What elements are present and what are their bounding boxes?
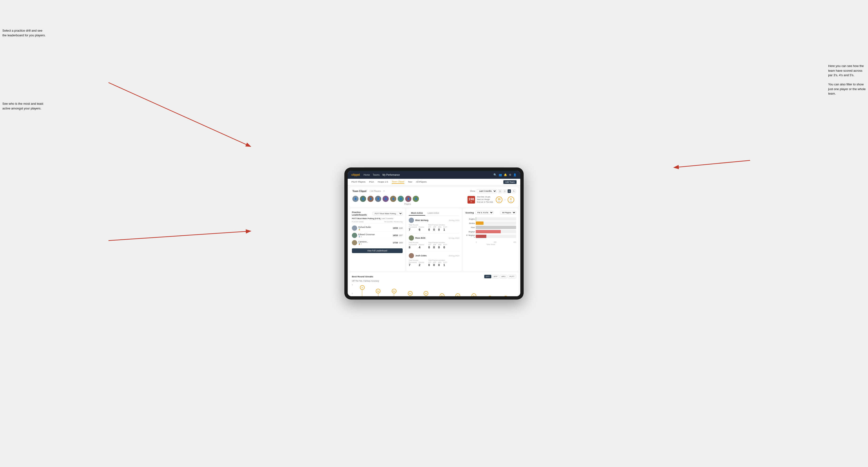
- shot-num-badge: 198 sc: [467, 196, 475, 204]
- putt-val-blair: 1: [443, 228, 447, 231]
- bar-fill-pars: [476, 226, 516, 229]
- player-avatar-8[interactable]: 👤: [405, 196, 411, 202]
- show-label: Show:: [470, 190, 476, 192]
- list-icon[interactable]: ≡: [507, 189, 511, 193]
- show-select[interactable]: Last 3 months: [477, 189, 497, 193]
- streak-point-9: 3x: [488, 296, 492, 296]
- subnav-hcaps[interactable]: Hcaps 1-5: [378, 181, 388, 184]
- player-avatar-4[interactable]: 👤: [375, 196, 381, 202]
- pc-name-josh: Josh Coles: [415, 254, 447, 257]
- player-filter-select[interactable]: All Players: [500, 211, 516, 214]
- shot-circle-2: 0 yds: [507, 196, 514, 203]
- team-count: | 14 Players: [370, 190, 381, 192]
- subnav-tour[interactable]: Tour: [408, 181, 412, 184]
- team-players-row: 👤 👤 👤 👤 👤 👤 👤 👤 👤: [352, 196, 463, 202]
- lb-avg-3: 103: [399, 242, 403, 244]
- lb-table-header: PLAYER NAME PB SCORE PB AVG SQ: [352, 221, 403, 224]
- streak-point-5: 5x: [424, 291, 428, 296]
- rees-rounds: Total Rounds Tournament 8 Practice 4: [409, 242, 424, 249]
- least-active-tab[interactable]: Least Active: [425, 211, 441, 216]
- josh-rounds: Total Rounds Tournament 7 Practice 2: [409, 259, 424, 267]
- lb-name-1: Richard Butler: [358, 226, 371, 228]
- edit-icon[interactable]: ✏: [383, 190, 385, 192]
- bar-fill-bogeys: [476, 230, 501, 233]
- chart-bottom-label: Total Shots: [465, 243, 516, 246]
- bar-track-birdies: 96: [476, 221, 516, 225]
- streak-point-10: 3x: [503, 296, 508, 296]
- lb-row-3: Cameron... 🥉 3 17/20 103: [352, 239, 403, 247]
- scoring-card: Scoring Par 3, 4 & 5s All Players Eagles: [463, 209, 519, 271]
- player-avatar-5[interactable]: 👤: [382, 196, 389, 202]
- view-icons: ⊞ ⊟ ≡ ⇅: [498, 189, 516, 193]
- streak-tab-app[interactable]: APP: [492, 275, 499, 278]
- player-avatar-6[interactable]: 👤: [390, 196, 396, 202]
- activity-tabs: Most Active Least Active: [409, 211, 460, 216]
- lb-card-title: Practice Leaderboards: [352, 211, 371, 216]
- bar-row-birdies: Birdies 96: [465, 221, 516, 225]
- add-team-button[interactable]: Add Team: [503, 180, 517, 184]
- nav-bar: clippd Home Teams My Performance 🔍 👥 🔔 ⚙…: [348, 171, 520, 179]
- subnav-all-players[interactable]: All Players: [416, 181, 427, 184]
- tournament-sublabel: Tournament: [409, 226, 417, 228]
- player-avatar-9[interactable]: 👤: [413, 196, 419, 202]
- ipad-frame: clippd Home Teams My Performance 🔍 👥 🔔 ⚙…: [344, 167, 524, 300]
- tournament-val-blair: 7: [409, 228, 417, 231]
- user-icon[interactable]: 👤: [513, 173, 517, 177]
- lb-avg-2: 107: [399, 234, 403, 237]
- drill-select[interactable]: PUTT Must Make Putting...: [373, 212, 403, 215]
- svg-line-1: [108, 231, 250, 241]
- streak-circle-2: 6x: [376, 289, 380, 293]
- most-active-tab[interactable]: Most Active: [409, 211, 425, 216]
- shot-circle-1: 16 yds: [496, 196, 502, 203]
- streak-circle-1: 7x: [360, 285, 365, 290]
- player-avatar-7[interactable]: 👤: [398, 196, 404, 202]
- total-practice-group-blair: Total Practice Activities OTT 0 APP 0: [428, 224, 459, 231]
- search-icon[interactable]: 🔍: [493, 173, 497, 177]
- streak-circle-7: 4x: [456, 293, 460, 296]
- streak-circle-6: 4x: [440, 293, 444, 296]
- nav-logo: clippd: [351, 173, 360, 177]
- lb-score-1: 19/20: [393, 227, 398, 229]
- player-avatar-1[interactable]: 👤: [352, 196, 359, 202]
- shot-dist: Shot Dist: 16 yds: [477, 196, 494, 198]
- subnav-pgat[interactable]: PGAT Players: [351, 181, 365, 184]
- josh-practice: Total Practice Activities OTT 0 APP 0: [428, 259, 459, 267]
- nav-links: Home Teams My Performance: [364, 174, 493, 176]
- subnav-team-clippd[interactable]: Team Clippd: [392, 180, 404, 184]
- bell-icon[interactable]: 🔔: [504, 173, 507, 177]
- streaks-subtitle: Off The Tee, Fairway Accuracy: [352, 280, 516, 282]
- bar-track-dbogeys: 131: [476, 235, 516, 238]
- svg-line-0: [108, 83, 250, 146]
- streak-point-8: 4x: [471, 293, 476, 296]
- streak-tab-putt[interactable]: PUTT: [508, 275, 516, 278]
- users-icon[interactable]: 👥: [499, 173, 502, 177]
- bar-label-eagles: Eagles: [465, 218, 475, 220]
- subnav-pga[interactable]: PGA: [369, 181, 374, 184]
- show-row: Show: Last 3 months ⊞ ⊟ ≡ ⇅: [470, 189, 516, 193]
- lb-badge-2: 🥈 2: [358, 236, 375, 238]
- bar-label-pars: Pars: [465, 226, 475, 228]
- nav-home[interactable]: Home: [364, 174, 370, 176]
- streak-circle-10: 3x: [503, 296, 508, 296]
- lb-badge-3: 🥉 3: [358, 243, 368, 245]
- nav-my-performance[interactable]: My Performance: [382, 174, 400, 176]
- view-full-leaderboard-button[interactable]: View Full Leaderboard: [352, 248, 403, 253]
- grid2-icon[interactable]: ⊟: [503, 189, 507, 193]
- player-avatar-2[interactable]: 👤: [360, 196, 366, 202]
- players-label: Players: [352, 203, 463, 205]
- practice-sublabel: Practice: [418, 226, 424, 228]
- player-avatar-3[interactable]: 👤: [368, 196, 374, 202]
- settings-icon[interactable]: ⚙: [509, 173, 512, 177]
- total-rounds-group: Total Rounds Tournament 7 Practice 6: [409, 224, 424, 231]
- lb-subtitle: PUTT Must Make Putting (3-6 ft), Last 3 …: [352, 217, 403, 220]
- grid-icon[interactable]: ⊞: [498, 189, 502, 193]
- ipad-screen: clippd Home Teams My Performance 🔍 👥 🔔 ⚙…: [348, 171, 520, 296]
- par-select[interactable]: Par 3, 4 & 5s: [475, 211, 493, 214]
- bar-track-eagles: 3: [476, 217, 516, 220]
- streak-tab-ott[interactable]: OTT: [484, 275, 491, 278]
- streak-tab-arg[interactable]: ARG: [500, 275, 507, 278]
- nav-teams[interactable]: Teams: [373, 174, 379, 176]
- sort-icon[interactable]: ⇅: [512, 189, 516, 193]
- streak-point-3: 6x: [392, 289, 397, 296]
- bar-label-dbogeys: D. Bogeys +: [465, 234, 475, 239]
